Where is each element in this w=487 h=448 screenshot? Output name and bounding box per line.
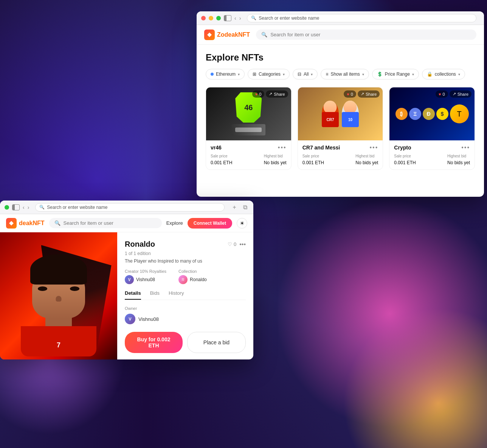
search-icon: 🔍 [251,16,256,20]
highest-bid-value: No bids yet [447,160,470,165]
chevron-down-icon: ▾ [458,72,460,76]
back-button[interactable]: ‹ [234,15,236,21]
nft-card-vr46[interactable]: 46 ♥ 0 ↗ Share [206,87,292,170]
url-bar[interactable]: 🔍 Search or enter website name [247,14,476,22]
chevron-down-icon: ▾ [362,72,364,76]
like-count: 0 [351,92,353,96]
nft-grid: 46 ♥ 0 ↗ Share [206,87,475,170]
sidebar-toggle-2[interactable] [12,204,20,210]
filter-price-range[interactable]: 💲 Price Range ▾ [372,69,419,79]
app-navbar-top: ZodeakNFT 🔍 [197,25,484,45]
url-bar-2[interactable]: 🔍 Search or enter website name [35,203,225,212]
back-button-2[interactable]: ‹ [23,204,25,210]
filter-ethereum[interactable]: Ethereum ▾ [206,69,245,79]
meta-row: Creator 10% Royalties V Vishnu08 Collect… [125,269,246,284]
url-text: Search or enter website name [259,16,319,21]
more-menu-icon[interactable]: ••• [370,144,378,151]
share-badge[interactable]: ↗ Share [358,90,380,98]
logo-2[interactable]: deakNFT [6,218,45,229]
sun-icon: ☀ [240,220,245,226]
more-menu-icon[interactable]: ••• [461,144,470,151]
tab-bids[interactable]: Bids [150,290,160,300]
price-icon: 💲 [377,72,383,77]
connect-wallet-button[interactable]: Connect Wallet [188,218,232,229]
sale-price-col: Sale price 0.001 ETH [302,154,324,166]
share-badge[interactable]: ↗ Share [450,90,471,98]
search-input-2[interactable] [64,220,157,226]
edition-text: 1 of 1 edition [125,251,246,256]
token-coin: T [450,104,469,123]
buy-button[interactable]: Buy for 0.002 ETH [125,332,183,353]
highest-bid-label: Highest bid [447,154,470,158]
search-bar[interactable]: 🔍 [256,30,476,40]
copy-button[interactable]: ⧉ [241,204,249,211]
nft-detail-info: Ronaldo ♡ 0 ••• 1 of 1 edition The Playe… [117,232,253,359]
heart-icon: ♥ [347,92,349,96]
filter-all[interactable]: ⊟ All ▾ [293,69,318,79]
sale-price-value: 0.001 ETH [394,160,416,165]
nft-card-crypto[interactable]: ₿ Ξ Ð $ T ♥ 0 ↗ [389,87,475,170]
traffic-light-yellow[interactable] [209,16,213,20]
heart-icon-detail: ♡ [228,241,232,247]
chevron-down-icon: ▾ [238,72,240,76]
logo[interactable]: ZodeakNFT [204,30,250,40]
logo-icon [204,30,215,40]
sidebar-toggle[interactable] [224,15,231,21]
detail-tabs: Details Bids History [125,290,246,300]
creator-label: Creator 10% Royalties [125,269,166,274]
nft-price-row: Sale price 0.001 ETH Highest bid No bids… [394,154,470,166]
like-badge[interactable]: ♥ 0 [436,90,448,98]
traffic-light-green-2[interactable] [5,205,9,210]
share-badge[interactable]: ↗ Share [266,90,288,98]
share-icon: ↗ [361,92,364,96]
traffic-light-green[interactable] [216,16,221,20]
filter-label: collections [435,72,456,77]
nft-detail-layout: 7 Ronaldo ♡ 0 [0,232,253,359]
browser-window-top: ‹ › 🔍 Search or enter website name Zodea… [197,11,484,197]
more-menu-icon[interactable]: ••• [278,144,287,151]
creator-col: Creator 10% Royalties V Vishnu08 [125,269,166,284]
filter-label: Categories [259,72,281,77]
like-count-detail[interactable]: ♡ 0 [228,241,236,247]
forward-button-2[interactable]: › [28,204,29,210]
tab-history[interactable]: History [169,290,184,300]
sale-price-col: Sale price 0.001 ETH [211,154,232,166]
chevron-down-icon: ▾ [283,72,285,76]
traffic-light-red[interactable] [201,16,206,20]
theme-toggle-button[interactable]: ☀ [237,218,247,229]
filter-collections[interactable]: 🔒 collections ▾ [422,69,465,79]
like-badge[interactable]: ♥ 0 [344,90,356,98]
share-label: Share [274,92,285,96]
items-icon: ≡ [326,72,328,77]
highest-bid-value: No bids yet [264,160,287,165]
more-menu-detail[interactable]: ••• [239,241,246,248]
nft-name-row: Crypto ••• [394,144,470,151]
app-navbar-bottom: deakNFT 🔍 Explore Connect Wallet ☀ [0,214,253,232]
like-count: 0 [259,92,261,96]
ethereum-dot [211,73,214,76]
tab-details[interactable]: Details [125,290,141,300]
forward-button[interactable]: › [239,15,241,21]
collection-col: Collection R Ronaldo [178,269,207,284]
filter-show-items[interactable]: ≡ Show all items ▾ [321,69,369,79]
search-input[interactable] [270,32,471,37]
nft-name-row: vr46 ••• [211,144,287,151]
filter-categories[interactable]: ⊞ Categories ▾ [248,69,290,79]
sale-price-value: 0.001 ETH [302,160,324,165]
nft-price-row: Sale price 0.001 ETH Highest bid No bids… [302,154,378,166]
nft-overlay: ♥ 0 ↗ Share [252,90,288,98]
nft-name: Crypto [394,145,411,151]
nft-name: vr46 [211,145,222,151]
nft-detail-image: 7 [0,232,117,359]
new-tab-button[interactable]: + [231,204,238,211]
detail-actions: ♡ 0 ••• [228,241,246,248]
sale-price-label: Sale price [211,154,232,158]
place-bid-button[interactable]: Place a bid [187,332,246,353]
search-bar-2[interactable]: 🔍 [49,218,162,228]
like-badge[interactable]: ♥ 0 [252,90,265,98]
explore-link[interactable]: Explore [166,220,183,226]
filter-label: Ethereum [216,72,236,77]
nft-card-cr7[interactable]: CR7 10 ♥ 0 [298,87,383,170]
like-number: 0 [234,241,236,247]
action-buttons: Buy for 0.002 ETH Place a bid [125,332,246,353]
